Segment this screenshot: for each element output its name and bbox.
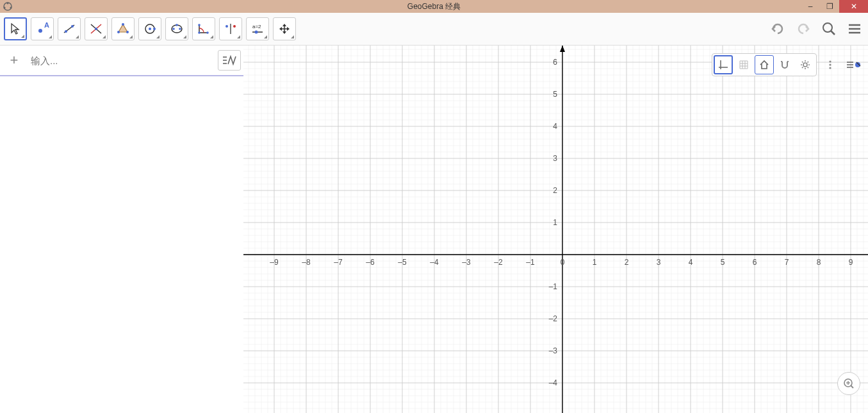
svg-point-11 (95, 28, 97, 30)
tool-move-view[interactable] (273, 17, 296, 40)
svg-text:–3: –3 (462, 258, 471, 267)
svg-point-259 (829, 60, 831, 62)
svg-text:–8: –8 (302, 258, 311, 267)
svg-text:4: 4 (689, 258, 693, 267)
menu-button[interactable] (845, 19, 864, 38)
axes-toggle[interactable] (714, 55, 733, 74)
svg-text:1: 1 (593, 258, 597, 267)
zoom-in-button[interactable] (837, 372, 860, 395)
tool-reflect[interactable] (219, 17, 242, 40)
search-button[interactable] (819, 19, 839, 38)
tool-move[interactable] (4, 17, 27, 40)
main-toolbar: A a=2 (0, 13, 868, 46)
styling-bar-button[interactable] (844, 55, 863, 74)
close-button[interactable]: ✕ (839, 0, 868, 13)
svg-text:–7: –7 (334, 258, 343, 267)
svg-text:3: 3 (657, 258, 661, 267)
coordinate-grid-icon: –9–8–7–6–5–4–3–2–10123456789–4–3–2–11234… (243, 46, 868, 413)
svg-point-16 (149, 28, 151, 30)
svg-point-3 (10, 7, 12, 9)
tool-point[interactable]: A (31, 17, 54, 40)
grid-toggle[interactable] (734, 55, 753, 74)
svg-text:2: 2 (625, 258, 629, 267)
minimize-button[interactable]: – (801, 0, 820, 13)
svg-point-27 (233, 25, 236, 28)
undo-button[interactable] (768, 19, 787, 38)
svg-point-8 (71, 25, 74, 28)
toolbar-right (768, 19, 864, 38)
window-controls: – ❐ ✕ (801, 0, 868, 13)
svg-text:–9: –9 (270, 258, 279, 267)
svg-point-13 (122, 23, 124, 26)
svg-point-14 (126, 31, 129, 33)
home-view-button[interactable] (755, 55, 774, 74)
svg-point-1 (7, 3, 9, 4)
tool-polygon[interactable] (111, 17, 135, 40)
input-row: + (0, 46, 243, 76)
add-button[interactable]: + (3, 52, 26, 69)
svg-point-30 (255, 31, 258, 34)
svg-text:–4: –4 (430, 258, 439, 267)
svg-point-258 (803, 63, 807, 67)
svg-text:4: 4 (553, 122, 557, 131)
svg-point-2 (4, 7, 6, 9)
main-area: + –9–8–7–6–5–4–3–2–10123456789–4–3–2–112… (0, 46, 868, 413)
svg-text:–2: –2 (549, 314, 558, 323)
svg-text:6: 6 (553, 58, 557, 67)
svg-point-7 (65, 30, 67, 33)
svg-text:3: 3 (553, 154, 557, 163)
svg-point-20 (179, 28, 181, 30)
svg-text:5: 5 (553, 90, 557, 99)
svg-text:–6: –6 (366, 258, 375, 267)
redo-button[interactable] (794, 19, 813, 38)
svg-text:6: 6 (753, 258, 757, 267)
tool-ellipse[interactable] (165, 17, 188, 40)
snap-toggle[interactable] (775, 55, 794, 74)
more-options-button[interactable] (821, 55, 840, 74)
svg-text:–5: –5 (398, 258, 407, 267)
svg-text:9: 9 (849, 258, 853, 267)
svg-text:–1: –1 (526, 258, 535, 267)
tool-angle[interactable] (192, 17, 215, 40)
graph-view[interactable]: –9–8–7–6–5–4–3–2–10123456789–4–3–2–11234… (243, 46, 868, 413)
svg-point-23 (198, 24, 201, 26)
algebra-input[interactable] (26, 55, 218, 66)
svg-point-261 (829, 67, 831, 69)
maximize-button[interactable]: ❐ (820, 0, 839, 13)
svg-text:–2: –2 (494, 258, 503, 267)
svg-text:–4: –4 (549, 378, 558, 387)
settings-button[interactable] (796, 55, 815, 74)
svg-text:7: 7 (785, 258, 789, 267)
tool-circle[interactable] (138, 17, 161, 40)
graph-toolbar (712, 53, 863, 76)
svg-point-26 (225, 25, 228, 28)
app-icon (3, 1, 13, 12)
svg-text:8: 8 (817, 258, 821, 267)
symbolic-toggle[interactable] (218, 50, 241, 71)
svg-point-22 (198, 31, 201, 34)
svg-text:A: A (44, 22, 49, 29)
window-title: GeoGebra 经典 (407, 1, 461, 12)
svg-text:–3: –3 (549, 346, 558, 355)
svg-point-260 (829, 63, 831, 65)
svg-point-12 (117, 31, 120, 33)
svg-text:1: 1 (553, 218, 557, 227)
svg-point-17 (153, 28, 156, 30)
algebra-sidebar: + (0, 46, 243, 413)
tool-slider[interactable]: a=2 (246, 17, 269, 40)
svg-text:a=2: a=2 (252, 24, 261, 30)
tool-perpendicular[interactable] (85, 17, 108, 40)
svg-text:5: 5 (721, 258, 725, 267)
svg-point-24 (206, 31, 209, 34)
svg-line-267 (851, 385, 853, 388)
tool-line[interactable] (58, 17, 81, 40)
svg-text:2: 2 (553, 186, 557, 195)
svg-point-21 (176, 24, 178, 26)
tool-group: A a=2 (4, 17, 296, 40)
svg-text:0: 0 (561, 258, 565, 267)
svg-text:–1: –1 (549, 282, 558, 291)
titlebar: GeoGebra 经典 – ❐ ✕ (0, 0, 868, 13)
svg-line-34 (831, 31, 835, 35)
svg-point-19 (172, 28, 175, 30)
svg-point-33 (823, 23, 832, 32)
